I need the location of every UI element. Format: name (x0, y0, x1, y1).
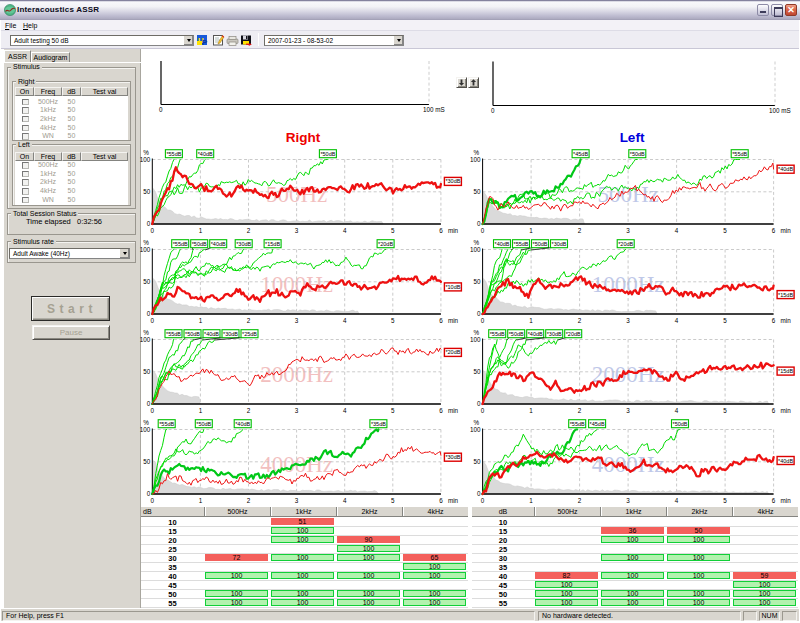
svg-text:%: % (143, 419, 149, 426)
svg-text:*30dB: *30dB (223, 331, 238, 337)
svg-text:0: 0 (151, 407, 155, 414)
svg-text:min: min (448, 317, 459, 324)
svg-text:0: 0 (481, 317, 485, 324)
svg-text:100: 100 (140, 336, 151, 343)
svg-text:min: min (781, 497, 792, 504)
svg-text:1: 1 (529, 227, 533, 234)
svg-text:1: 1 (199, 317, 203, 324)
svg-text:*20dB: *20dB (378, 241, 393, 247)
svg-text:*55dB: *55dB (514, 241, 529, 247)
svg-text:%: % (474, 329, 480, 336)
svg-text:5: 5 (391, 407, 395, 414)
svg-text:*50dB: *50dB (533, 241, 548, 247)
svg-text:5: 5 (723, 317, 727, 324)
svg-text:6: 6 (439, 317, 443, 324)
svg-text:*35dB: *35dB (371, 421, 386, 427)
svg-text:100: 100 (140, 426, 151, 433)
svg-text:*55dB: *55dB (490, 331, 505, 337)
svg-text:*50dB: *50dB (192, 241, 207, 247)
svg-text:*50dB: *50dB (509, 331, 524, 337)
svg-text:0: 0 (481, 497, 485, 504)
svg-text:*40dB: *40dB (211, 241, 226, 247)
svg-text:2: 2 (247, 407, 251, 414)
svg-text:5: 5 (723, 407, 727, 414)
svg-text:*55dB: *55dB (166, 331, 181, 337)
svg-text:*25dB: *25dB (242, 331, 257, 337)
svg-text:50: 50 (474, 458, 482, 465)
svg-text:min: min (448, 407, 459, 414)
svg-text:*55dB: *55dB (570, 421, 585, 427)
svg-text:*55dB: *55dB (173, 241, 188, 247)
svg-text:100: 100 (140, 156, 151, 163)
svg-text:3: 3 (295, 407, 299, 414)
svg-text:*15dB: *15dB (265, 241, 280, 247)
svg-text:4: 4 (343, 227, 347, 234)
svg-text:100: 100 (470, 246, 481, 253)
svg-text:min: min (448, 227, 459, 234)
svg-text:50: 50 (474, 368, 482, 375)
svg-text:*15dB: *15dB (778, 292, 793, 298)
svg-text:min: min (448, 497, 459, 504)
svg-text:6: 6 (772, 407, 776, 414)
svg-text:0: 0 (151, 317, 155, 324)
svg-text:*15dB: *15dB (778, 368, 793, 374)
svg-text:*20dB: *20dB (566, 331, 581, 337)
svg-text:min: min (781, 407, 792, 414)
svg-text:6: 6 (772, 497, 776, 504)
svg-text:Right: Right (286, 130, 321, 145)
svg-text:2: 2 (247, 497, 251, 504)
svg-text:2: 2 (247, 227, 251, 234)
svg-text:5: 5 (723, 227, 727, 234)
svg-text:3: 3 (626, 227, 630, 234)
svg-text:5: 5 (391, 317, 395, 324)
svg-text:0: 0 (159, 106, 163, 113)
svg-text:1: 1 (529, 407, 533, 414)
svg-text:%: % (143, 239, 149, 246)
svg-text:1: 1 (199, 227, 203, 234)
svg-text:*55dB: *55dB (159, 421, 174, 427)
svg-text:*40dB: *40dB (528, 331, 543, 337)
svg-text:3: 3 (295, 497, 299, 504)
svg-text:4: 4 (675, 497, 679, 504)
svg-text:100: 100 (470, 336, 481, 343)
svg-text:%: % (474, 149, 480, 156)
svg-text:100 mS: 100 mS (423, 106, 445, 113)
svg-text:6: 6 (772, 317, 776, 324)
svg-text:3: 3 (295, 317, 299, 324)
svg-text:*30dB: *30dB (445, 178, 460, 184)
svg-text:Left: Left (620, 130, 645, 145)
svg-text:0: 0 (491, 107, 495, 114)
svg-text:5: 5 (391, 227, 395, 234)
svg-text:6: 6 (439, 497, 443, 504)
svg-text:100: 100 (470, 156, 481, 163)
svg-text:*50dB: *50dB (673, 421, 688, 427)
svg-text:4: 4 (675, 407, 679, 414)
svg-text:1: 1 (529, 497, 533, 504)
svg-text:3: 3 (626, 407, 630, 414)
svg-text:*30dB: *30dB (552, 241, 567, 247)
svg-text:100 mS: 100 mS (769, 107, 791, 114)
svg-text:%: % (143, 329, 149, 336)
svg-text:*50dB: *50dB (196, 421, 211, 427)
svg-text:%: % (474, 419, 480, 426)
svg-text:1: 1 (199, 407, 203, 414)
svg-text:*30dB: *30dB (236, 241, 251, 247)
svg-text:100: 100 (470, 426, 481, 433)
svg-text:%: % (474, 239, 480, 246)
svg-text:6: 6 (439, 407, 443, 414)
svg-text:50: 50 (143, 278, 151, 285)
svg-text:*50dB: *50dB (630, 151, 645, 157)
svg-text:100: 100 (140, 246, 151, 253)
svg-text:50: 50 (143, 188, 151, 195)
svg-text:2: 2 (578, 227, 582, 234)
svg-text:min: min (781, 317, 792, 324)
svg-text:*45dB: *45dB (590, 421, 605, 427)
svg-text:6: 6 (772, 227, 776, 234)
svg-text:*10dB: *10dB (445, 284, 460, 290)
svg-text:4: 4 (675, 227, 679, 234)
svg-text:4: 4 (343, 317, 347, 324)
svg-text:0: 0 (481, 407, 485, 414)
svg-text:*50dB: *50dB (185, 331, 200, 337)
svg-text:5: 5 (723, 497, 727, 504)
svg-text:*55dB: *55dB (166, 151, 181, 157)
